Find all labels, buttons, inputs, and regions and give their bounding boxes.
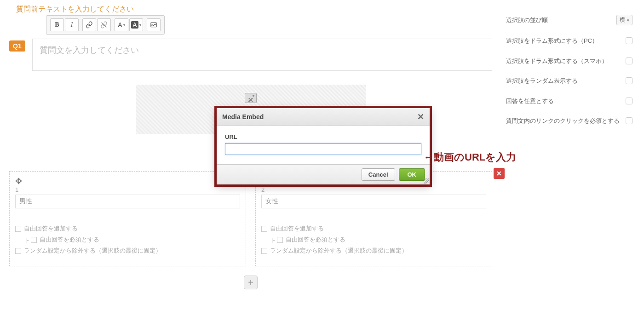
url-field-label: URL [225, 133, 421, 140]
choice-text-input[interactable] [261, 195, 486, 208]
setting-optional-label: 回答を任意とする [506, 97, 626, 106]
preface-placeholder[interactable]: 質問前テキストを入力してください [9, 0, 492, 17]
bold-button[interactable]: B [50, 18, 64, 31]
exclude-random-label: ランダム設定から除外する（選択肢の最後に固定） [270, 247, 408, 255]
checkbox[interactable] [261, 248, 267, 254]
checkbox[interactable] [15, 248, 21, 254]
setting-drum-pc-label: 選択肢をドラム形式にする（PC） [506, 36, 626, 46]
dialog-highlight-frame: Media Embed ✕ URL Cancel OK [214, 106, 432, 187]
checkbox[interactable] [261, 226, 267, 232]
question-number-badge: Q1 [9, 40, 25, 52]
free-answer-add-label: 自由回答を追加する [270, 224, 324, 233]
text-color-button[interactable]: A▾ [115, 18, 128, 31]
free-answer-add-label: 自由回答を追加する [24, 224, 78, 233]
close-icon[interactable]: ✕ [417, 112, 424, 122]
setting-drum-sp-label: 選択肢をドラム形式にする（スマホ） [506, 57, 626, 66]
checkbox[interactable] [626, 117, 632, 124]
choice-text-input[interactable] [15, 195, 240, 208]
exclude-random-label: ランダム設定から除外する（選択肢の最後に固定） [24, 247, 161, 255]
checkbox[interactable] [277, 237, 283, 243]
free-answer-required-label: 自由回答を必須とする [40, 236, 99, 244]
rich-text-toolbar: B I A▾ A▾ [46, 15, 165, 34]
question-text-input[interactable]: 質問文を入力してください [32, 39, 492, 71]
checkbox[interactable] [15, 226, 21, 232]
indent-prefix: |- [25, 236, 29, 243]
media-embed-button[interactable] [147, 18, 161, 31]
drag-handle-icon[interactable]: ✥ [15, 176, 22, 186]
setting-link-click-label: 質問文内のリンクのクリックを必須とする [506, 116, 626, 126]
settings-sidebar: 選択肢の並び順 横 選択肢をドラム形式にする（PC） 選択肢をドラム形式にする（… [501, 0, 644, 140]
choice-number: 2 [261, 186, 486, 193]
order-select[interactable]: 横 [616, 15, 632, 25]
unlink-button[interactable] [97, 18, 111, 31]
choice-number: 1 [15, 186, 240, 193]
delete-choice-button[interactable]: ✕ [494, 168, 505, 179]
setting-order-label: 選択肢の並び順 [506, 16, 616, 25]
annotation-label: ←動画のURLを入力 [424, 150, 516, 164]
checkbox[interactable] [626, 77, 632, 84]
checkbox[interactable] [31, 237, 37, 243]
italic-button[interactable]: I [65, 18, 79, 31]
cancel-button[interactable]: Cancel [362, 168, 395, 181]
checkbox[interactable] [626, 58, 632, 64]
bg-color-button[interactable]: A▾ [129, 18, 143, 31]
checkbox[interactable] [626, 37, 632, 44]
checkbox[interactable] [626, 98, 632, 104]
indent-prefix: |- [271, 236, 275, 243]
media-embed-dialog: Media Embed ✕ URL Cancel OK [217, 108, 430, 184]
choice-card: ✥ 1 自由回答を追加する |- 自由回答を必須とする ランダム設定から除外する… [9, 171, 246, 266]
ok-button[interactable]: OK [399, 168, 426, 181]
add-choice-button[interactable]: + [244, 276, 258, 289]
free-answer-required-label: 自由回答を必須とする [286, 236, 345, 244]
link-button[interactable] [82, 18, 96, 31]
url-input[interactable] [225, 143, 421, 155]
image-icon [245, 93, 257, 103]
setting-random-label: 選択肢をランダム表示する [506, 76, 626, 86]
dialog-title: Media Embed [222, 113, 264, 121]
